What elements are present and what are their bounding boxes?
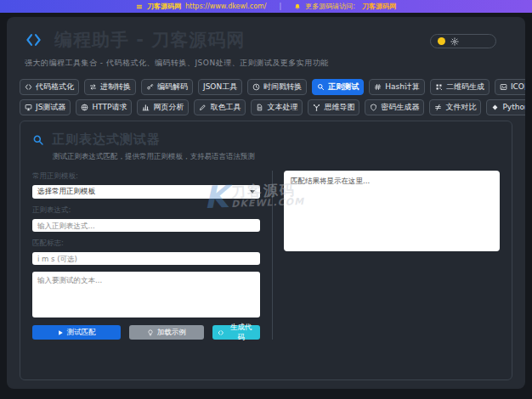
menu-icon bbox=[136, 3, 143, 10]
template-select[interactable]: 选择常用正则模板 bbox=[32, 185, 260, 199]
app-header: 编程助手 - 刀客源码网 强大的编程工具集合 - 代码格式化、编码转换、JSON… bbox=[7, 17, 525, 73]
top-promo-bar: 刀客源码网 https://www.dkewl.com/ | 更多源码请访问: … bbox=[0, 0, 532, 13]
key-icon bbox=[146, 83, 154, 91]
diamond-icon bbox=[491, 104, 499, 111]
tool-color-picker-button[interactable]: 取色工具 bbox=[194, 99, 246, 115]
page-title: 编程助手 - 刀客源码网 bbox=[54, 28, 245, 52]
pencil-icon bbox=[199, 104, 207, 111]
tool-mindmap-button[interactable]: 思维导图 bbox=[308, 99, 359, 115]
section-title: 正则表达式测试器 bbox=[52, 132, 161, 148]
search-icon bbox=[317, 83, 325, 91]
tool-js-tester-button[interactable]: JS测试器 bbox=[20, 99, 71, 115]
swap-icon bbox=[89, 83, 97, 91]
pattern-label: 正则表达式: bbox=[32, 205, 260, 216]
app-container: 编程助手 - 刀客源码网 强大的编程工具集合 - 代码格式化、编码转换、JSON… bbox=[7, 17, 525, 389]
topbar-site-url[interactable]: https://www.dkewl.com/ bbox=[185, 3, 267, 10]
tool-qrcode-button[interactable]: 二维码生成 bbox=[430, 79, 490, 95]
document-icon bbox=[256, 104, 263, 111]
monitor-icon bbox=[25, 104, 32, 111]
topbar-site-name[interactable]: 刀客源码网 bbox=[147, 2, 181, 11]
toolbar-row-2: JS测试器 HTTP请求 网页分析 取色工具 文本处理 思维导图 密码生成器 文… bbox=[20, 99, 512, 115]
sun-icon[interactable] bbox=[438, 37, 445, 45]
generate-code-button[interactable]: 生成代码 bbox=[212, 325, 260, 340]
tool-password-gen-button[interactable]: 密码生成器 bbox=[365, 99, 424, 115]
tool-base-convert-button[interactable]: 进制转换 bbox=[84, 79, 136, 95]
result-placeholder-text: 匹配结果将显示在这里... bbox=[291, 177, 370, 185]
topbar-separator: | bbox=[280, 3, 282, 10]
topbar-promo-link[interactable]: 刀客源码网 bbox=[362, 2, 396, 11]
topbar-promo-text: 更多源码请访问: bbox=[305, 2, 355, 11]
gear-icon[interactable] bbox=[450, 37, 459, 46]
hash-icon bbox=[374, 83, 382, 91]
load-example-button[interactable]: 加载示例 bbox=[129, 325, 204, 340]
tool-code-format-button[interactable]: 代码格式化 bbox=[20, 79, 79, 95]
chevron-down-icon bbox=[250, 190, 255, 194]
test-match-button[interactable]: 测试匹配 bbox=[32, 325, 121, 340]
section-subtitle: 测试正则表达式匹配，提供常用正则模板，支持易语言语法预测 bbox=[53, 152, 500, 162]
tool-regex-test-button[interactable]: 正则测试 bbox=[312, 79, 364, 95]
code-icon bbox=[25, 83, 32, 91]
tool-file-diff-button[interactable]: 文件对比 bbox=[429, 99, 481, 115]
code-logo-icon bbox=[22, 31, 45, 48]
pattern-input[interactable] bbox=[32, 219, 260, 232]
action-buttons-row: 测试匹配 加载示例 生成代码 bbox=[32, 325, 260, 340]
tool-encode-decode-button[interactable]: 编码解码 bbox=[141, 79, 193, 95]
not-equal-icon bbox=[434, 104, 442, 111]
image-icon bbox=[500, 83, 507, 91]
tool-timestamp-button[interactable]: 时间戳转换 bbox=[247, 79, 307, 95]
theme-toggle[interactable] bbox=[430, 34, 496, 48]
page-subtitle: 强大的编程工具集合 - 代码格式化、编码转换、JSON处理、正则测试及更多实用功… bbox=[25, 58, 510, 69]
regex-tester-panel: 正则表达式测试器 测试正则表达式匹配，提供常用正则模板，支持易语言语法预测 常用… bbox=[20, 121, 512, 380]
tool-web-analyze-button[interactable]: 网页分析 bbox=[137, 99, 189, 115]
bulb-icon bbox=[147, 329, 154, 336]
shield-icon bbox=[370, 104, 377, 111]
template-label: 常用正则模板: bbox=[32, 171, 260, 182]
toolbar-row-1: 代码格式化 进制转换 编码解码 JSON工具 时间戳转换 正则测试 Hash计算… bbox=[20, 79, 512, 95]
tool-json-button[interactable]: JSON工具 bbox=[198, 79, 242, 95]
tool-http-request-button[interactable]: HTTP请求 bbox=[76, 99, 132, 115]
tool-hash-button[interactable]: Hash计算 bbox=[369, 79, 425, 95]
search-icon bbox=[32, 134, 44, 146]
clock-icon bbox=[252, 83, 260, 91]
bar-chart-icon bbox=[142, 104, 150, 111]
tools-toolbar: 代码格式化 进制转换 编码解码 JSON工具 时间戳转换 正则测试 Hash计算… bbox=[7, 73, 525, 115]
tool-ico-button[interactable]: ICO图标工具 bbox=[495, 79, 525, 95]
play-icon bbox=[57, 329, 64, 336]
flags-label: 匹配标志: bbox=[32, 239, 260, 249]
bell-icon bbox=[294, 3, 301, 10]
test-text-input[interactable] bbox=[32, 272, 260, 318]
regex-form-column: 常用正则模板: 选择常用正则模板 正则表达式: 匹配标志: 测试匹配 bbox=[32, 171, 260, 340]
qr-icon bbox=[435, 83, 443, 91]
tool-text-process-button[interactable]: 文本处理 bbox=[251, 99, 303, 115]
template-select-value: 选择常用正则模板 bbox=[37, 187, 95, 197]
tool-python-lib-button[interactable]: Python支持库 bbox=[486, 99, 525, 115]
flags-input[interactable] bbox=[32, 252, 260, 265]
globe-icon bbox=[81, 104, 88, 111]
mindmap-icon bbox=[313, 104, 320, 111]
result-output-box: 匹配结果将显示在这里... bbox=[284, 171, 500, 251]
regex-result-column: 匹配结果将显示在这里... bbox=[272, 171, 500, 340]
code-icon bbox=[218, 329, 224, 336]
